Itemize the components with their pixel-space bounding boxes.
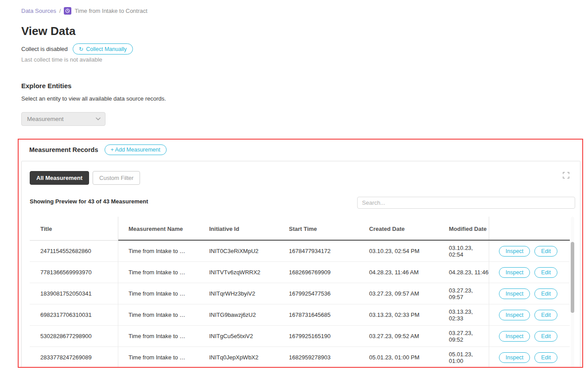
table-row: 1839081752050341 Time from Intake to … I… — [30, 283, 570, 304]
records-card: All Measurement Custom Filter Showing Pr… — [21, 161, 580, 368]
cell-modified-date: 03.27.23, 09:57 — [439, 283, 489, 304]
cell-modified-date: 03.27.23, 09:52 — [439, 326, 489, 347]
edit-button[interactable]: Edit — [534, 352, 557, 363]
records-header-row: Measurement Records + Add Measurement — [29, 144, 167, 155]
breadcrumb-separator: / — [59, 8, 61, 14]
breadcrumb-data-sources-link[interactable]: Data Sources — [21, 8, 56, 14]
edit-button[interactable]: Edit — [534, 310, 557, 320]
cell-actions: Inspect Edit — [489, 304, 570, 326]
inspect-button[interactable]: Inspect — [499, 288, 530, 299]
refresh-icon: ↻ — [79, 46, 83, 52]
cell-measurement-name: Time from Intake to … — [118, 326, 199, 347]
cell-actions: Inspect Edit — [489, 262, 570, 283]
cell-created-date: 03.27.23, 09:52 AM — [359, 326, 439, 347]
measurement-table: Title Measurement Name Initiative Id Sta… — [30, 217, 570, 368]
cell-initiative-id: INITG9bawzj6zU2 — [199, 304, 279, 326]
cell-title: 6982317706310031 — [30, 304, 118, 326]
cell-start-time: 1682959278903 — [279, 347, 359, 368]
table-header: Title Measurement Name Initiative Id Sta… — [30, 217, 570, 241]
table-row: 5302828677298900 Time from Intake to … I… — [30, 326, 570, 347]
cell-actions: Inspect Edit — [489, 326, 570, 347]
cell-measurement-name: Time from Intake to … — [118, 304, 199, 326]
view-data-page: Data Sources / Time from Intake to Contr… — [0, 0, 588, 370]
cell-actions: Inspect Edit — [489, 283, 570, 304]
collect-manually-button[interactable]: ↻ Collect Manually — [73, 43, 133, 55]
cell-modified-date: 05.01.23, 01:00 — [439, 347, 489, 368]
fullscreen-icon[interactable] — [563, 172, 569, 180]
inspect-button[interactable]: Inspect — [499, 267, 530, 278]
cell-created-date: 03.27.23, 09:57 AM — [359, 283, 439, 304]
inspect-button[interactable]: Inspect — [499, 331, 530, 342]
cell-created-date: 03.10.23, 02:54 PM — [359, 241, 439, 262]
cell-title: 7781366569993970 — [30, 262, 118, 283]
filter-tabs: All Measurement Custom Filter — [30, 171, 140, 185]
cell-start-time: 1678731645685 — [279, 304, 359, 326]
tab-custom-filter[interactable]: Custom Filter — [93, 171, 140, 185]
column-header-modified-date: Modified Date — [439, 217, 489, 241]
cell-initiative-id: INITVTv6zqWRRX2 — [199, 262, 279, 283]
entity-select[interactable]: Measurement — [21, 112, 105, 126]
data-source-icon — [64, 7, 71, 15]
breadcrumb: Data Sources / Time from Intake to Contr… — [21, 7, 148, 15]
table-row: 7781366569993970 Time from Intake to … I… — [30, 262, 570, 283]
explore-entities-description: Select an entity to view all available d… — [21, 95, 166, 102]
cell-measurement-name: Time from Intake to … — [118, 283, 199, 304]
table-row: 6982317706310031 Time from Intake to … I… — [30, 304, 570, 326]
cell-title: 2471154552682860 — [30, 241, 118, 262]
cell-start-time: 1682696769909 — [279, 262, 359, 283]
edit-button[interactable]: Edit — [534, 246, 557, 257]
column-header-actions — [489, 217, 570, 241]
cell-title: 2833778247269089 — [30, 347, 118, 368]
column-header-measurement-name: Measurement Name — [118, 217, 199, 241]
table-scrollbar-thumb[interactable] — [571, 242, 574, 313]
last-collect-text: Last collect time is not available — [21, 56, 102, 63]
cell-created-date: 03.13.23, 02:33 PM — [359, 304, 439, 326]
cell-modified-date: 03.13.23, 02:33 — [439, 304, 489, 326]
cell-created-date: 04.28.23, 11:46 AM — [359, 262, 439, 283]
cell-actions: Inspect Edit — [489, 347, 570, 368]
cell-created-date: 05.01.23, 01:00 PM — [359, 347, 439, 368]
inspect-button[interactable]: Inspect — [499, 352, 530, 363]
cell-modified-date: 04.28.23, 11:46 — [439, 262, 489, 283]
cell-measurement-name: Time from Intake to … — [118, 262, 199, 283]
add-measurement-button[interactable]: + Add Measurement — [105, 144, 167, 155]
table-row: 2471154552682860 Time from Intake to … I… — [30, 241, 570, 262]
cell-measurement-name: Time from Intake to … — [118, 347, 199, 368]
cell-actions: Inspect Edit — [489, 241, 570, 262]
explore-entities-heading: Explore Entities — [21, 82, 71, 90]
breadcrumb-current: Time from Intake to Contract — [74, 8, 147, 14]
cell-measurement-name: Time from Intake to … — [118, 241, 199, 262]
cell-start-time: 1679925477536 — [279, 283, 359, 304]
cell-title: 5302828677298900 — [30, 326, 118, 347]
cell-start-time: 1678477934172 — [279, 241, 359, 262]
search-input[interactable] — [357, 197, 575, 209]
collect-status-row: Collect is disabled ↻ Collect Manually — [21, 43, 133, 55]
page-title: View Data — [21, 24, 75, 38]
column-header-start-time: Start Time — [279, 217, 359, 241]
column-header-initiative-id: Initiative Id — [199, 217, 279, 241]
measurement-records-section: Measurement Records + Add Measurement Al… — [18, 139, 583, 368]
chevron-down-icon — [96, 117, 101, 121]
inspect-button[interactable]: Inspect — [499, 246, 530, 257]
collect-manually-label: Collect Manually — [86, 46, 127, 52]
preview-count-text: Showing Preview for 43 of 43 Measurement — [30, 198, 148, 205]
cell-initiative-id: INITq0JepXpWbX2 — [199, 347, 279, 368]
tab-all-measurement[interactable]: All Measurement — [30, 171, 89, 185]
edit-button[interactable]: Edit — [534, 331, 557, 342]
edit-button[interactable]: Edit — [534, 288, 557, 299]
cell-initiative-id: INITgCu5e5txiV2 — [199, 326, 279, 347]
table-row: 2833778247269089 Time from Intake to … I… — [30, 347, 570, 368]
cell-initiative-id: INIT0C3eRiXMpU2 — [199, 241, 279, 262]
inspect-button[interactable]: Inspect — [499, 310, 530, 320]
cell-start-time: 1679925165190 — [279, 326, 359, 347]
cell-title: 1839081752050341 — [30, 283, 118, 304]
collect-status-text: Collect is disabled — [21, 46, 68, 52]
records-heading: Measurement Records — [29, 146, 98, 153]
cell-modified-date: 03.10.23, 02:54 — [439, 241, 489, 262]
edit-button[interactable]: Edit — [534, 267, 557, 278]
cell-initiative-id: INITqrWHz3byiV2 — [199, 283, 279, 304]
column-header-created-date: Created Date — [359, 217, 439, 241]
column-header-title: Title — [30, 217, 118, 241]
entity-select-value: Measurement — [27, 116, 64, 122]
